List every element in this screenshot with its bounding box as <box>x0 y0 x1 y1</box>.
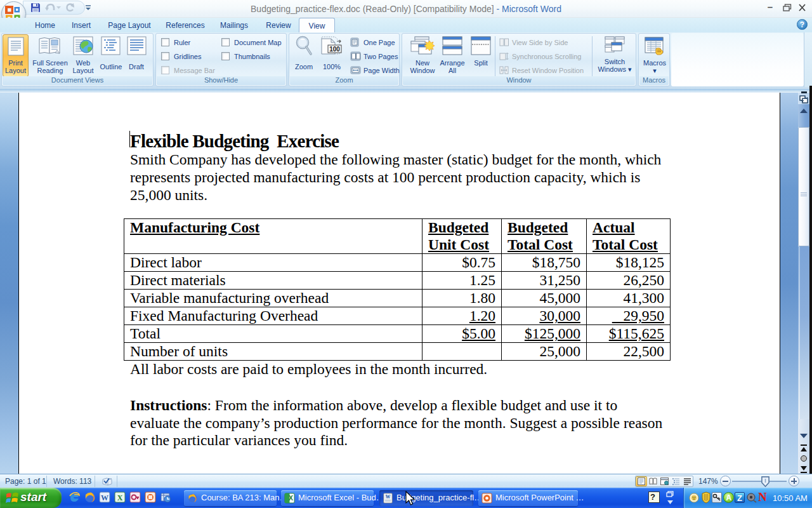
svg-text:W: W <box>101 493 108 502</box>
svg-text:W: W <box>386 494 391 500</box>
svg-text:X: X <box>117 493 123 502</box>
svg-text:X: X <box>289 495 293 502</box>
svg-text:100: 100 <box>329 46 340 53</box>
